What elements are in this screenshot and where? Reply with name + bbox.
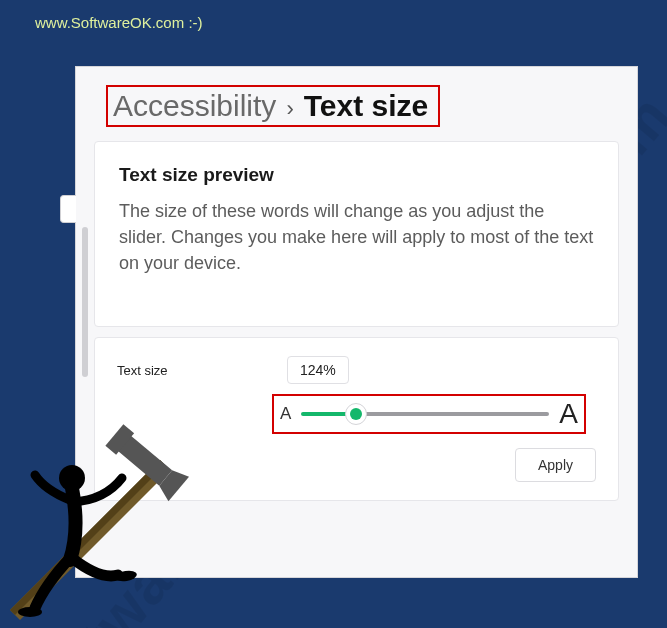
slider-row: A A <box>272 394 586 434</box>
text-size-value: 124% <box>287 356 349 384</box>
svg-point-6 <box>18 607 42 617</box>
scrollbar[interactable] <box>82 227 88 377</box>
breadcrumb-parent[interactable]: Accessibility <box>113 89 276 123</box>
apply-button[interactable]: Apply <box>515 448 596 482</box>
site-watermark: www.SoftwareOK.com :-) <box>35 14 203 31</box>
settings-panel: Accessibility › Text size Text size prev… <box>75 66 638 578</box>
text-size-label: Text size <box>117 363 287 378</box>
big-a-icon: A <box>559 398 578 430</box>
preview-body: The size of these words will change as y… <box>119 198 594 276</box>
text-size-slider[interactable] <box>301 412 549 416</box>
preview-title: Text size preview <box>119 164 594 186</box>
panel-tab-stub <box>60 195 76 223</box>
breadcrumb-current: Text size <box>304 89 429 123</box>
breadcrumb: Accessibility › Text size <box>106 85 440 127</box>
small-a-icon: A <box>280 404 291 424</box>
chevron-right-icon: › <box>286 96 293 122</box>
slider-thumb[interactable] <box>345 403 367 425</box>
text-preview-card: Text size preview The size of these word… <box>94 141 619 327</box>
text-size-card: Text size 124% A A Apply <box>94 337 619 501</box>
